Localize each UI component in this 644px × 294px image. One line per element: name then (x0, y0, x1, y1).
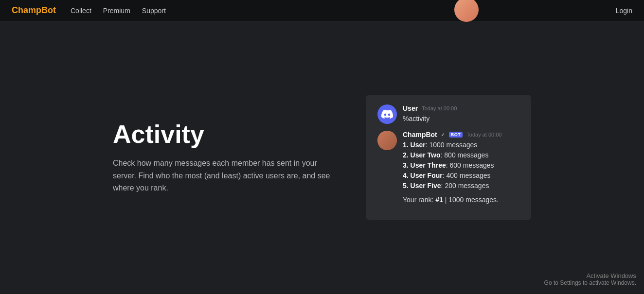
bot-badge: BOT (449, 132, 463, 138)
leaderboard-line-3: 3. User Three: 600 messages (403, 161, 494, 169)
nav-links: Collect Premium Support (71, 7, 616, 15)
nav-logo[interactable]: ChampBot (12, 5, 56, 16)
navbar: ChampBot Collect Premium Support Login (0, 0, 644, 21)
nav-avatar[interactable] (454, 0, 479, 22)
leaderboard-line-4: 4. User Four: 400 messages (403, 172, 491, 179)
checkmark-icon: ✓ (441, 132, 445, 137)
discord-icon (381, 108, 393, 120)
user-message: User Today at 00:00 %activity (377, 104, 519, 124)
chat-card: User Today at 00:00 %activity ChampBot ✓… (366, 95, 531, 220)
leaderboard-line-1: 1. User: 1000 messages (403, 141, 477, 149)
bot-message-header: ChampBot ✓ BOT Today at 00:00 (403, 131, 519, 138)
rank-text: Your rank: #1 | 1000 messages. (403, 196, 519, 204)
nav-login-button[interactable]: Login (616, 7, 632, 15)
bot-avatar-face (377, 131, 397, 150)
bot-message-time: Today at 00:00 (466, 132, 501, 138)
bot-message-text: 1. User: 1000 messages 2. User Two: 800 … (403, 140, 519, 191)
user-message-body: User Today at 00:00 %activity (403, 104, 519, 124)
bot-message: ChampBot ✓ BOT Today at 00:00 1. User: 1… (377, 131, 519, 204)
user-username: User (403, 104, 418, 112)
bot-avatar (377, 131, 397, 150)
main-content: Activity Check how many messages each me… (0, 21, 644, 294)
page-description: Check how many messages each member has … (113, 157, 337, 194)
leaderboard-line-2: 2. User Two: 800 messages (403, 151, 488, 159)
windows-watermark: Activate Windows Go to Settings to activ… (544, 272, 636, 286)
nav-link-support[interactable]: Support (142, 7, 166, 15)
user-message-header: User Today at 00:00 (403, 104, 519, 112)
leaderboard-line-5: 5. User Five: 200 messages (403, 182, 489, 190)
bot-message-body: ChampBot ✓ BOT Today at 00:00 1. User: 1… (403, 131, 519, 204)
user-message-text: %activity (403, 114, 519, 124)
nav-link-premium[interactable]: Premium (103, 7, 130, 15)
page-title: Activity (113, 121, 337, 148)
content-left: Activity Check how many messages each me… (113, 121, 366, 194)
activate-windows-title: Activate Windows (544, 272, 636, 279)
user-message-time: Today at 00:00 (422, 105, 457, 111)
activate-windows-subtitle: Go to Settings to activate Windows. (544, 279, 636, 286)
user-discord-avatar (377, 104, 397, 124)
bot-username: ChampBot (403, 131, 437, 138)
nav-link-collect[interactable]: Collect (71, 7, 91, 15)
